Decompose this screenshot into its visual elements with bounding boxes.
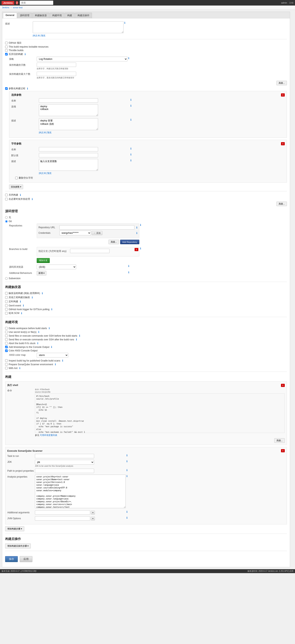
path-input[interactable] — [35, 469, 94, 473]
string-desc-textarea[interactable]: 输入分支变更数 — [39, 159, 98, 171]
notification-badge[interactable]: 2 — [16, 1, 18, 4]
choice-richtext-link[interactable]: [纯文本] 预览 — [39, 131, 51, 134]
shell-remove-btn[interactable]: X — [281, 384, 285, 387]
remote-trigger-checkbox[interactable] — [5, 292, 8, 294]
add-build-step-btn[interactable]: 增加构建步骤 ▾ — [5, 526, 24, 531]
github-project-checkbox[interactable] — [5, 42, 8, 44]
source-code-tool-select[interactable]: (自动) — [37, 264, 76, 269]
shell-env-link[interactable]: 可用环境变量列表 — [40, 434, 57, 436]
sonar-remove-btn[interactable]: X — [281, 449, 285, 452]
analysis-textarea[interactable]: sonar.projectKey=test-sonar sonar.projec… — [35, 474, 126, 508]
description-textarea[interactable] — [33, 21, 124, 33]
parameterized-checkbox[interactable] — [5, 87, 8, 90]
ant-checkbox[interactable] — [5, 367, 8, 370]
delete-workspace-checkbox[interactable] — [5, 327, 8, 330]
delete-workspace-info: ℹ — [49, 327, 50, 330]
general-advanced-btn[interactable]: 高级... — [277, 202, 287, 206]
add-param-btn[interactable]: 添加参数 ▾ — [9, 184, 23, 189]
build-header: 构建 — [5, 375, 287, 380]
tab-build[interactable]: 构建 — [65, 13, 75, 18]
throttle-checkbox[interactable] — [5, 49, 8, 52]
trim-checkbox[interactable] — [15, 177, 18, 179]
string-default-label: 默认值 — [11, 153, 39, 157]
upstream-trigger-checkbox[interactable] — [5, 296, 8, 299]
branch-specifier-label: 指定分支 (为空时使用 any) — [38, 249, 70, 253]
scm-none-radio[interactable] — [5, 216, 8, 219]
abort-stuck-checkbox[interactable] — [5, 342, 8, 344]
quiet-period-label: 关闭构建 — [9, 193, 18, 197]
jvm-options-label: JVM Options — [7, 516, 35, 520]
tab-env[interactable]: 构建环境 — [50, 13, 64, 18]
parameterized-label: 参数化构建过程 — [9, 87, 25, 90]
inspect-gradle-row: Inspect build log for published Gradle b… — [5, 359, 287, 362]
save-btn[interactable]: 保存 — [5, 556, 18, 562]
path-label: Path to project properties — [7, 469, 35, 472]
choice-options-textarea[interactable]: deploy rollback — [39, 104, 98, 116]
additional-behaviours-btn[interactable]: 新增 ▾ — [37, 271, 46, 276]
choice-desc-textarea[interactable]: deploy 部署 rollback 流程 — [39, 118, 98, 130]
inspect-gradle-checkbox[interactable] — [5, 359, 8, 362]
string-default-input[interactable]: master — [39, 153, 98, 157]
ssh-after-checkbox[interactable] — [5, 338, 8, 341]
string-richtext-link[interactable]: [纯文本] 预览 — [39, 172, 51, 174]
tab-source[interactable]: 源码管理 — [17, 13, 32, 18]
discard-checkbox[interactable] — [5, 53, 8, 56]
apply-btn[interactable]: 应用 — [20, 556, 32, 562]
choice-param-remove-btn[interactable]: X — [281, 94, 285, 96]
add-branch-btn[interactable]: 增加分支 — [37, 258, 50, 263]
branch-specifier-box: X 指定分支 (为空时使用 any) $branch — [37, 247, 139, 256]
jdk-info: ℹ — [126, 460, 127, 463]
subversion-radio[interactable] — [5, 277, 8, 280]
branch-specifier-input[interactable]: $branch — [70, 249, 109, 253]
keep-max-input[interactable]: 5 — [37, 72, 76, 76]
add-post-build-step-btn[interactable]: 增加构建后操作步骤 ▾ — [5, 544, 31, 548]
tab-triggers[interactable]: 构建触发器 — [32, 13, 49, 18]
branch-remove-btn[interactable]: X — [135, 248, 138, 251]
scm-trigger-checkbox[interactable] — [5, 312, 8, 314]
log-rotation-advanced-btn[interactable]: 高级... — [277, 81, 287, 85]
repo-url-input[interactable]: http://192.168.0.123/javaplatform-compan… — [59, 225, 134, 230]
additional-args-input[interactable]: -X — [35, 510, 90, 515]
choice-name-input[interactable]: mode — [39, 98, 98, 103]
credentials-add-btn[interactable]: ← 添加 — [92, 231, 102, 235]
github-trigger-checkbox[interactable] — [5, 308, 8, 310]
jdk-select[interactable]: jdk — [35, 460, 94, 464]
jvm-options-dropdown-btn[interactable]: ▾ — [91, 517, 95, 520]
search-input[interactable] — [20, 0, 53, 5]
timestamps-checkbox[interactable] — [5, 346, 8, 348]
credentials-select[interactable]: wangzhao/****** — [59, 230, 91, 235]
concurrent-checkbox[interactable] — [5, 198, 8, 200]
breadcrumb-project[interactable]: sonar-test — [13, 6, 22, 9]
build-env-header: 构建环境 — [5, 320, 287, 325]
periodic-trigger-checkbox[interactable] — [5, 300, 8, 303]
strategy-select[interactable]: Log Rotation — [37, 57, 127, 62]
keep-days-input[interactable]: 10 — [37, 62, 76, 67]
shell-advanced-btn[interactable]: 高级... — [274, 438, 285, 443]
sonar-scanner-env-checkbox[interactable] — [5, 363, 8, 366]
repo-advanced-btn[interactable]: 高级... — [108, 240, 119, 244]
logout-link[interactable]: 注销 — [289, 2, 294, 4]
additional-args-dropdown-btn[interactable]: ▾ — [91, 511, 95, 514]
secret-text-checkbox[interactable] — [5, 331, 8, 333]
tab-general[interactable]: General — [3, 13, 17, 18]
task-input[interactable]: scan — [35, 454, 94, 458]
description-richtext-link[interactable]: [纯文本] 预览 — [33, 34, 45, 37]
lockable-checkbox[interactable] — [5, 46, 8, 48]
sonar-scanner-env-row: Prepare SonarQube Scanner environment ℹ — [5, 363, 287, 366]
jvm-options-input[interactable] — [35, 516, 90, 520]
add-repo-btn[interactable]: Add Repository — [120, 240, 139, 244]
ssh-after-label: Send files or execute commands over SSH … — [9, 338, 74, 341]
jenkins-logo[interactable]: Jenkins — [1, 1, 14, 5]
gerrit-trigger-checkbox[interactable] — [5, 304, 8, 307]
color-ansi-checkbox[interactable] — [5, 350, 8, 352]
description-label: 描述 — [5, 21, 33, 26]
scm-git-radio[interactable] — [5, 220, 8, 223]
quiet-period-checkbox[interactable] — [5, 194, 8, 196]
keep-max-row: 保持构建的最大个数 5 如果非空，最多此数目的构建记录将被保存 — [9, 72, 287, 79]
breadcrumb-home[interactable]: Jenkins — [2, 6, 9, 9]
string-name-input[interactable]: branch — [39, 147, 98, 152]
ssh-before-checkbox[interactable] — [5, 334, 8, 337]
string-param-remove-btn[interactable]: X — [281, 142, 285, 145]
tab-postbuild[interactable]: 构建后操作 — [75, 13, 92, 18]
ansi-color-map-select[interactable]: xterm — [37, 353, 68, 358]
